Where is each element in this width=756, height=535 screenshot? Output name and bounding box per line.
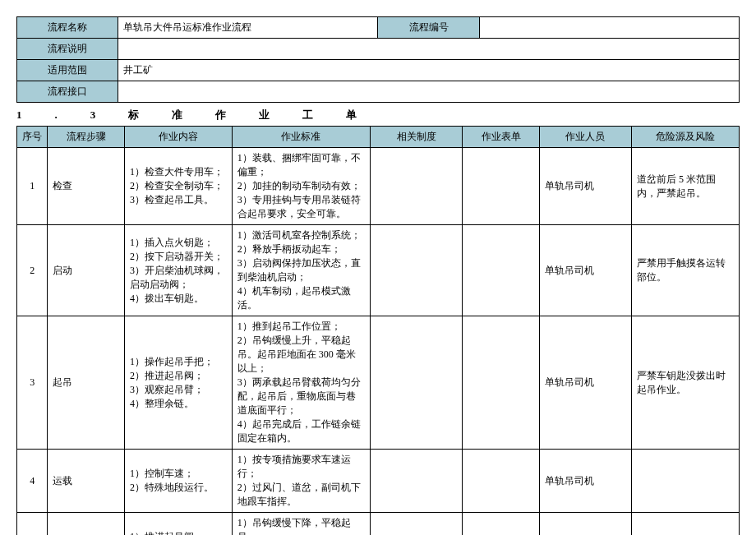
cell-step: 起吊 (48, 316, 125, 450)
col-standard: 作业标准 (232, 127, 370, 148)
cell-content: 1）推进起吊阀； 2）观察起吊臂平衡。 (124, 513, 232, 536)
label-process-code: 流程编号 (378, 17, 479, 39)
cell-risk: 道岔前后 5 米范围内，严禁起吊。 (632, 148, 740, 225)
cell-person: 单轨吊司机 (539, 148, 631, 225)
cell-person: 单轨吊司机 (539, 225, 631, 316)
col-risk: 危险源及风险 (632, 127, 740, 148)
cell-person: 单轨吊司机 (539, 450, 631, 513)
cell-seq: 5 (17, 513, 48, 536)
label-process-scope: 适用范围 (17, 60, 118, 81)
value-process-code (479, 17, 739, 39)
table-row: 5卸放1）推进起吊阀； 2）观察起吊臂平衡。1）吊钩缓慢下降，平稳起吊； 2）两… (17, 513, 740, 536)
cell-standard: 1）装载、捆绑牢固可靠，不偏重； 2）加挂的制动车制动有效；3）专用挂钩与专用吊… (232, 148, 370, 225)
cell-seq: 4 (17, 450, 48, 513)
cell-system (371, 316, 463, 450)
value-process-name: 单轨吊大件吊运标准作业流程 (118, 17, 378, 39)
cell-standard: 1）激活司机室各控制系统； 2）释放手柄扳动起车； 3）启动阀保持加压状态，直到… (232, 225, 370, 316)
cell-sheet (463, 316, 540, 450)
cell-system (371, 148, 463, 225)
cell-risk (632, 450, 740, 513)
cell-sheet (463, 450, 540, 513)
cell-sheet (463, 225, 540, 316)
value-process-desc (118, 39, 740, 60)
cell-step: 启动 (48, 225, 125, 316)
label-process-interface: 流程接口 (17, 81, 118, 103)
cell-content: 1）控制车速； 2）特殊地段运行。 (124, 450, 232, 513)
cell-seq: 3 (17, 316, 48, 450)
value-process-scope: 井工矿 (118, 60, 740, 81)
cell-standard: 1）按专项措施要求车速运行； 2）过风门、道岔，副司机下地跟车指挥。 (232, 450, 370, 513)
work-unit-table: 序号 流程步骤 作业内容 作业标准 相关制度 作业表单 作业人员 危险源及风险 … (16, 126, 740, 535)
cell-risk (632, 513, 740, 536)
cell-content: 1）插入点火钥匙； 2）按下启动器开关； 3）开启柴油机球阀，启动启动阀； 4）… (124, 225, 232, 316)
cell-seq: 2 (17, 225, 48, 316)
cell-person: 单轨吊司机 (539, 316, 631, 450)
cell-person: 单轨吊司机 (539, 513, 631, 536)
cell-risk: 严禁用手触摸各运转部位。 (632, 225, 740, 316)
cell-sheet (463, 513, 540, 536)
section-title: 1.3标准作业工单 (16, 108, 740, 122)
col-seq: 序号 (17, 127, 48, 148)
col-content: 作业内容 (124, 127, 232, 148)
col-sheet: 作业表单 (463, 127, 540, 148)
label-process-desc: 流程说明 (17, 39, 118, 60)
label-process-name: 流程名称 (17, 17, 118, 39)
cell-risk: 严禁车钥匙没拨出时起吊作业。 (632, 316, 740, 450)
value-process-interface (118, 81, 740, 103)
col-step: 流程步骤 (48, 127, 125, 148)
table-row: 1检查1）检查大件专用车；2）检查安全制动车；3）检查起吊工具。1）装载、捆绑牢… (17, 148, 740, 225)
cell-system (371, 450, 463, 513)
col-system: 相关制度 (371, 127, 463, 148)
cell-system (371, 225, 463, 316)
table-row: 4运载1）控制车速； 2）特殊地段运行。1）按专项措施要求车速运行； 2）过风门… (17, 450, 740, 513)
cell-seq: 1 (17, 148, 48, 225)
cell-step: 运载 (48, 450, 125, 513)
cell-system (371, 513, 463, 536)
table-row: 3起吊1）操作起吊手把； 2）推进起吊阀； 3）观察起吊臂； 4）整理余链。1）… (17, 316, 740, 450)
cell-content: 1）操作起吊手把； 2）推进起吊阀； 3）观察起吊臂； 4）整理余链。 (124, 316, 232, 450)
cell-standard: 1）推到起吊工作位置； 2）吊钩缓慢上升，平稳起吊。起吊距地面在 300 毫米以… (232, 316, 370, 450)
cell-content: 1）检查大件专用车；2）检查安全制动车；3）检查起吊工具。 (124, 148, 232, 225)
col-person: 作业人员 (539, 127, 631, 148)
process-header-table: 流程名称 单轨吊大件吊运标准作业流程 流程编号 流程说明 适用范围 井工矿 流程… (16, 16, 740, 103)
table-row: 2启动1）插入点火钥匙； 2）按下启动器开关； 3）开启柴油机球阀，启动启动阀；… (17, 225, 740, 316)
cell-standard: 1）吊钩缓慢下降，平稳起吊； 2）两承载起吊臂载荷均匀分配，卸放平稳。 (232, 513, 370, 536)
cell-sheet (463, 148, 540, 225)
cell-step: 检查 (48, 148, 125, 225)
cell-step: 卸放 (48, 513, 125, 536)
